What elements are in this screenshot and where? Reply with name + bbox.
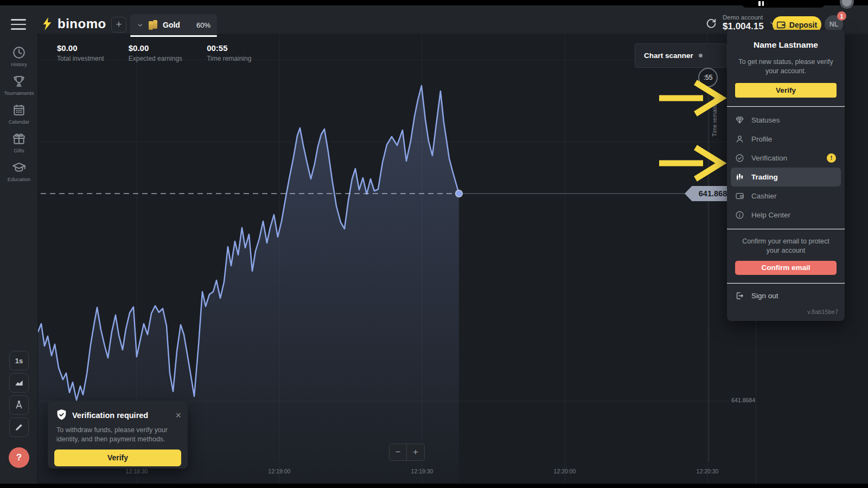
menu-item-verification[interactable]: Verification !: [727, 149, 845, 168]
stat-time-remaining: 00:55 Time remaining: [207, 43, 251, 62]
asset-payout: 60%: [196, 21, 210, 29]
asset-name: Gold: [163, 21, 192, 29]
pencil-icon: [14, 422, 24, 432]
sidebar-item-label: Tournaments: [4, 90, 34, 96]
sign-out-label: Sign out: [751, 292, 778, 300]
add-asset-tab-button[interactable]: +: [111, 17, 126, 33]
sidebar-item-history[interactable]: History: [0, 42, 38, 70]
stat-value: 00:55: [207, 43, 251, 53]
area-chart-icon: [14, 377, 24, 388]
indicators-button[interactable]: [9, 395, 29, 415]
popup-title: Verification required: [72, 411, 170, 420]
check-circle-icon: [735, 153, 744, 163]
sidebar-item-label: History: [11, 61, 27, 67]
chart-type-button[interactable]: [9, 373, 29, 393]
menu-item-label: Verification: [751, 154, 787, 162]
expiry-time-line: [709, 87, 709, 462]
menu-item-label: Trading: [751, 173, 778, 181]
zoom-in-button[interactable]: +: [407, 444, 425, 461]
popup-body: To withdraw funds, please verify your id…: [56, 426, 179, 444]
verify-account-button[interactable]: Verify: [735, 83, 837, 98]
stat-label: Time remaining: [207, 55, 251, 62]
account-type-label: Demo account: [723, 14, 764, 21]
confirm-email-block: Confirm your email to protect your accou…: [727, 229, 845, 282]
stat-value: $0.00: [129, 43, 182, 53]
menu-item-label: Profile: [751, 135, 772, 143]
x-axis-tick: 12:20:30: [697, 468, 719, 474]
wallet-icon: [777, 21, 786, 29]
x-axis-tick: 12:20:00: [554, 468, 576, 474]
compass-icon: [14, 400, 24, 410]
calendar-icon: [12, 103, 26, 117]
gift-icon: [12, 132, 26, 146]
help-button[interactable]: ?: [9, 447, 29, 468]
refresh-icon[interactable]: [705, 17, 717, 29]
trophy-icon: [12, 74, 26, 88]
popup-verify-button[interactable]: Verify: [54, 450, 181, 466]
sidebar-item-calendar[interactable]: Calendar: [0, 100, 38, 128]
sidebar-item-tournaments[interactable]: Tournaments: [0, 71, 38, 99]
graduation-cap-icon: [12, 160, 26, 175]
x-axis-tick: 12:19:30: [411, 468, 433, 474]
app-version: v.8ab15be7: [727, 309, 845, 319]
time-remaining-axis-label: Time remaining: [711, 87, 718, 137]
confirm-email-button[interactable]: Confirm email: [735, 261, 837, 275]
close-icon[interactable]: ×: [175, 410, 181, 420]
left-sidebar: History Tournaments Calendar Gifts Educa…: [0, 34, 38, 488]
person-icon: [735, 134, 744, 144]
candlestick-icon: [735, 172, 744, 182]
info-icon: [735, 210, 744, 220]
sign-out-icon: [735, 291, 744, 300]
stat-label: Expected earnings: [129, 55, 182, 62]
sidebar-item-education[interactable]: Education: [0, 157, 38, 185]
notification-badge: 1: [837, 11, 846, 21]
logo-text: binomo: [58, 16, 106, 31]
status-hint: To get new status, please verify your ac…: [737, 57, 835, 76]
menu-item-statuses[interactable]: Statuses: [727, 111, 845, 130]
chart-zoom-controls: − +: [389, 444, 425, 461]
menu-icon[interactable]: [11, 19, 26, 30]
lightning-icon: [41, 17, 53, 31]
trade-stats: $0.00 Total investment $0.00 Expected ea…: [57, 43, 251, 62]
binomo-logo: binomo: [41, 16, 106, 31]
x-axis-tick: 12:19:00: [269, 468, 291, 474]
scanner-status-dot: [699, 54, 703, 57]
menu-item-trading[interactable]: Trading: [731, 168, 841, 187]
sidebar-item-label: Education: [8, 176, 30, 182]
bottom-black-strip: [0, 484, 868, 488]
verification-alert-badge: !: [827, 153, 836, 163]
menu-item-cashier[interactable]: Cashier: [727, 187, 845, 206]
sign-out-button[interactable]: Sign out: [727, 284, 845, 309]
account-name: Name Lastname: [727, 40, 845, 50]
x-axis-tick: 12:18:30: [126, 468, 148, 474]
round-timer: :55: [698, 68, 718, 87]
recording-pill: [742, 0, 825, 8]
timeframe-button[interactable]: 1s: [9, 351, 29, 370]
menu-item-help-center[interactable]: Help Center: [727, 206, 845, 224]
pause-icon[interactable]: [758, 1, 766, 6]
wallet-icon: [735, 191, 744, 201]
menu-item-label: Cashier: [751, 192, 777, 200]
stat-expected-earnings: $0.00 Expected earnings: [129, 43, 182, 62]
menu-item-label: Statuses: [751, 116, 780, 124]
stat-label: Total investment: [57, 55, 104, 62]
verification-popup: Verification required × To withdraw fund…: [48, 402, 188, 468]
account-menu-panel: Name Lastname To get new status, please …: [727, 30, 845, 321]
account-menu-list: Statuses Profile Verification ! Trading …: [727, 107, 845, 228]
chart-scanner-label: Chart scanner: [644, 52, 693, 60]
chevron-down-icon: [137, 22, 144, 29]
shield-check-icon: [56, 409, 67, 421]
menu-item-profile[interactable]: Profile: [727, 130, 845, 149]
confirm-email-text: Confirm your email to protect your accou…: [736, 237, 835, 255]
sidebar-item-label: Calendar: [9, 119, 30, 125]
screen-recording-bar: [0, 0, 868, 5]
stat-value: $0.00: [57, 43, 104, 53]
asset-tab-gold[interactable]: Gold 60%: [130, 14, 217, 36]
sidebar-item-gifts[interactable]: Gifts: [0, 129, 38, 157]
clock-icon: [12, 46, 26, 60]
stat-total-investment: $0.00 Total investment: [57, 43, 104, 62]
zoom-out-button[interactable]: −: [389, 444, 407, 461]
deposit-label: Deposit: [789, 21, 817, 29]
drawing-tools-button[interactable]: [9, 418, 29, 437]
chart-scanner-button[interactable]: Chart scanner: [635, 43, 727, 68]
